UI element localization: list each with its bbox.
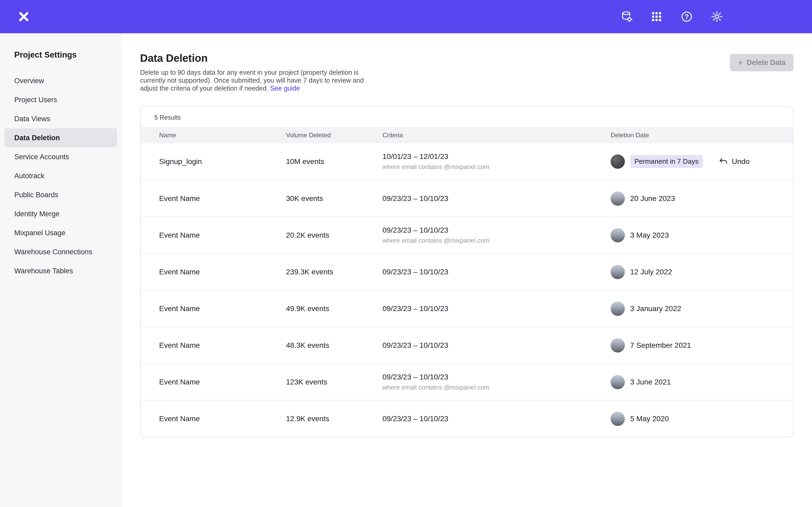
deletion-date: 3 May 2023 <box>630 231 669 239</box>
row-volume: 48.3K events <box>286 341 383 350</box>
sidebar-item-label: Data Deletion <box>14 134 60 142</box>
results-count: 5 Results <box>141 107 793 127</box>
avatar <box>611 412 625 426</box>
avatar <box>611 155 625 169</box>
deletion-table-card: 5 Results Name Volume Deleted Criteria D… <box>140 106 794 437</box>
sidebar-menu: Overview Project Users Data Views Data D… <box>0 71 121 280</box>
row-name: Signup_login <box>159 157 286 166</box>
avatar <box>611 338 625 352</box>
row-deletion: 7 September 2021 <box>611 338 793 352</box>
row-deletion: 3 June 2021 <box>611 375 793 389</box>
row-volume: 123K events <box>286 378 383 386</box>
sidebar-item-label: Project Users <box>14 96 57 104</box>
table-column-headers: Name Volume Deleted Criteria Deletion Da… <box>141 127 793 143</box>
criteria-range: 09/23/23 – 10/10/23 <box>383 414 448 423</box>
delete-data-label: Delete Data <box>747 59 785 67</box>
sidebar-item[interactable]: Public Boards <box>4 185 117 205</box>
table-row: Event Name 20.2K events 09/23/23 – 10/10… <box>141 217 793 253</box>
sidebar-item-label: Autotrack <box>14 172 44 180</box>
plus-icon: + <box>738 58 743 67</box>
column-header-name: Name <box>159 131 286 139</box>
table-row: Event Name 239.3K events 09/23/23 – 10/1… <box>141 253 793 290</box>
criteria-range: 09/23/23 – 10/10/23 <box>383 304 448 313</box>
column-header-volume: Volume Deleted <box>286 131 383 139</box>
sidebar-item-label: Service Accounts <box>14 153 69 161</box>
table-row: Signup_login 10M events 10/01/23 – 12/01… <box>141 143 793 180</box>
data-management-icon[interactable] <box>620 10 633 23</box>
row-criteria: 10/01/23 – 12/01/23 where email contains… <box>383 152 611 171</box>
row-volume: 20.2K events <box>286 231 383 239</box>
row-volume: 12.9K events <box>286 414 383 423</box>
row-deletion: 3 May 2023 <box>611 228 793 242</box>
see-guide-link[interactable]: See guide <box>270 84 300 92</box>
table-row: Event Name 123K events 09/23/23 – 10/10/… <box>141 363 793 400</box>
page-header: Data Deletion Delete up to 90 days data … <box>140 52 794 92</box>
row-name: Event Name <box>159 341 286 350</box>
criteria-range: 10/01/23 – 12/01/23 <box>383 152 448 161</box>
sidebar-item[interactable]: Warehouse Tables <box>4 262 117 280</box>
row-name: Event Name <box>159 378 286 386</box>
sidebar-item-label: Overview <box>14 77 44 85</box>
sidebar-item[interactable]: Warehouse Connections <box>4 242 117 262</box>
sidebar-item[interactable]: Mixpanel Usage <box>4 223 117 242</box>
mixpanel-logo[interactable] <box>17 10 31 23</box>
row-deletion: 12 July 2022 <box>611 265 793 279</box>
delete-data-button[interactable]: + Delete Data <box>730 54 794 71</box>
criteria-range: 09/23/23 – 10/10/23 <box>383 341 448 349</box>
row-name: Event Name <box>159 268 286 276</box>
table-body: Signup_login 10M events 10/01/23 – 12/01… <box>141 143 793 437</box>
criteria-filter: where email contains @mixpanel.com <box>383 163 611 171</box>
criteria-range: 09/23/23 – 10/10/23 <box>383 194 448 203</box>
sidebar: Project Settings Overview Project Users … <box>0 33 121 507</box>
help-icon[interactable]: ? <box>680 10 693 23</box>
settings-icon[interactable] <box>711 10 723 23</box>
page-description: Delete up to 90 days data for any event … <box>140 68 371 92</box>
deletion-date: 3 June 2021 <box>630 378 671 386</box>
deletion-date: 5 May 2020 <box>630 414 669 423</box>
sidebar-item[interactable]: Project Users <box>4 90 117 109</box>
deletion-date: 3 January 2022 <box>630 304 681 313</box>
criteria-range: 09/23/23 – 10/10/23 <box>383 373 448 381</box>
row-deletion: 20 June 2023 <box>611 191 793 206</box>
row-name: Event Name <box>159 194 286 203</box>
row-volume: 49.9K events <box>286 304 383 313</box>
sidebar-item[interactable]: Data Views <box>4 109 117 128</box>
sidebar-item[interactable]: Service Accounts <box>4 147 117 166</box>
table-row: Event Name 48.3K events 09/23/23 – 10/10… <box>141 327 793 363</box>
topbar-icon-group: ? <box>620 10 723 23</box>
row-name: Event Name <box>159 304 286 313</box>
row-name: Event Name <box>159 414 286 423</box>
sidebar-item-label: Warehouse Tables <box>14 267 73 275</box>
deletion-date: 7 September 2021 <box>630 341 691 350</box>
row-volume: 239.3K events <box>286 268 383 276</box>
deletion-badge: Permanent in 7 Days <box>630 155 703 168</box>
row-criteria: 09/23/23 – 10/10/23 <box>383 194 611 203</box>
row-deletion: 5 May 2020 <box>611 412 793 426</box>
sidebar-item-label: Public Boards <box>14 191 58 199</box>
undo-button[interactable]: Undo <box>719 157 750 166</box>
row-criteria: 09/23/23 – 10/10/23 where email contains… <box>383 226 611 244</box>
row-criteria: 09/23/23 – 10/10/23 where email contains… <box>383 373 611 391</box>
criteria-filter: where email contains @mixpanel.com <box>383 237 611 244</box>
sidebar-item-label: Data Views <box>14 115 50 123</box>
sidebar-item-label: Warehouse Connections <box>14 248 92 256</box>
sidebar-item-label: Mixpanel Usage <box>14 229 65 237</box>
sidebar-item[interactable]: Overview <box>4 71 117 90</box>
row-criteria: 09/23/23 – 10/10/23 <box>383 304 611 313</box>
sidebar-item[interactable]: Autotrack <box>4 166 117 185</box>
description-text: Delete up to 90 days data for any event … <box>140 69 364 92</box>
topbar: ? <box>0 0 812 33</box>
row-criteria: 09/23/23 – 10/10/23 <box>383 414 611 423</box>
sidebar-item[interactable]: Data Deletion <box>4 128 117 147</box>
apps-grid-icon[interactable] <box>650 10 663 23</box>
table-row: Event Name 30K events 09/23/23 – 10/10/2… <box>141 180 793 217</box>
column-header-deletion-date: Deletion Date <box>611 131 793 139</box>
svg-text:?: ? <box>684 13 689 20</box>
undo-label: Undo <box>732 157 750 166</box>
avatar <box>611 375 625 389</box>
sidebar-item[interactable]: Identity Merge <box>4 205 117 223</box>
sidebar-title: Project Settings <box>14 50 121 60</box>
row-criteria: 09/23/23 – 10/10/23 <box>383 268 611 277</box>
column-header-criteria: Criteria <box>383 131 611 139</box>
deletion-date: 20 June 2023 <box>630 194 675 203</box>
